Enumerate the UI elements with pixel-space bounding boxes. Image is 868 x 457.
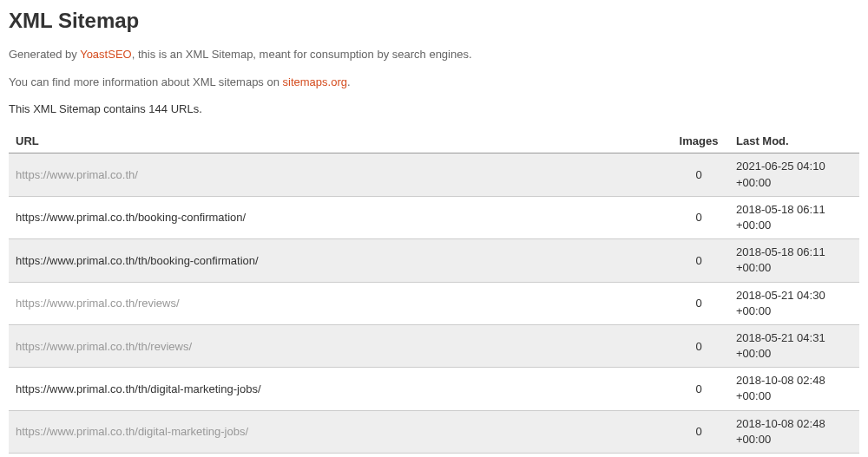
table-row: https://www.primal.co.th/lets-relax-case…	[9, 454, 859, 458]
description-line-2: You can find more information about XML …	[9, 75, 859, 90]
header-url: URL	[9, 129, 668, 153]
url-cell: https://www.primal.co.th/booking-confirm…	[9, 196, 668, 238]
desc1-pre: Generated by	[9, 48, 80, 61]
table-row: https://www.primal.co.th/th/booking-conf…	[9, 239, 859, 282]
table-row: https://www.primal.co.th/th/reviews/0201…	[9, 324, 859, 367]
url-link[interactable]: https://www.primal.co.th/reviews/	[16, 297, 180, 310]
desc2-post: .	[347, 75, 351, 88]
lastmod-cell: 2021-06-25 04:10 +00:00	[729, 153, 859, 196]
header-lastmod: Last Mod.	[729, 129, 859, 153]
lastmod-cell: 2018-05-18 06:11 +00:00	[729, 239, 859, 282]
images-cell: 0	[668, 282, 729, 324]
url-link[interactable]: https://www.primal.co.th/	[16, 168, 138, 181]
lastmod-cell: 2018-05-21 04:30 +00:00	[729, 282, 859, 324]
images-cell: 0	[668, 368, 729, 410]
sitemaps-link[interactable]: sitemaps.org	[283, 75, 347, 88]
table-header-row: URL Images Last Mod.	[9, 129, 859, 153]
sitemap-table: URL Images Last Mod. https://www.primal.…	[9, 129, 859, 457]
desc1-post: , this is an XML Sitemap, meant for cons…	[132, 48, 472, 61]
url-cell: https://www.primal.co.th/th/digital-mark…	[9, 368, 668, 410]
url-cell: https://www.primal.co.th/th/booking-conf…	[9, 239, 668, 282]
url-link[interactable]: https://www.primal.co.th/booking-confirm…	[16, 211, 246, 224]
images-cell: 0	[668, 153, 729, 196]
yoast-link[interactable]: YoastSEO	[80, 48, 132, 61]
page-title: XML Sitemap	[9, 9, 859, 33]
url-cell: https://www.primal.co.th/reviews/	[9, 282, 668, 324]
header-images: Images	[668, 129, 729, 153]
url-link[interactable]: https://www.primal.co.th/th/digital-mark…	[16, 382, 261, 395]
desc2-pre: You can find more information about XML …	[9, 75, 283, 88]
description-line-1: Generated by YoastSEO, this is an XML Si…	[9, 47, 859, 62]
images-cell: 0	[668, 454, 729, 458]
lastmod-cell: 2019-07-18 04:06 +00:00	[729, 454, 859, 458]
url-link[interactable]: https://www.primal.co.th/th/booking-conf…	[16, 254, 259, 267]
lastmod-cell: 2018-05-21 04:31 +00:00	[729, 324, 859, 367]
lastmod-cell: 2018-05-18 06:11 +00:00	[729, 196, 859, 238]
url-link[interactable]: https://www.primal.co.th/digital-marketi…	[16, 425, 248, 438]
table-row: https://www.primal.co.th/reviews/02018-0…	[9, 282, 859, 324]
images-cell: 0	[668, 196, 729, 238]
url-link[interactable]: https://www.primal.co.th/th/reviews/	[16, 340, 192, 353]
url-count: This XML Sitemap contains 144 URLs.	[9, 102, 859, 115]
images-cell: 0	[668, 324, 729, 367]
images-cell: 0	[668, 239, 729, 282]
table-row: https://www.primal.co.th/th/digital-mark…	[9, 368, 859, 410]
url-cell: https://www.primal.co.th/th/reviews/	[9, 324, 668, 367]
table-row: https://www.primal.co.th/02021-06-25 04:…	[9, 153, 859, 196]
table-row: https://www.primal.co.th/digital-marketi…	[9, 410, 859, 453]
table-row: https://www.primal.co.th/booking-confirm…	[9, 196, 859, 238]
url-cell: https://www.primal.co.th/lets-relax-case…	[9, 454, 668, 458]
lastmod-cell: 2018-10-08 02:48 +00:00	[729, 410, 859, 453]
url-cell: https://www.primal.co.th/	[9, 153, 668, 196]
url-cell: https://www.primal.co.th/digital-marketi…	[9, 410, 668, 453]
lastmod-cell: 2018-10-08 02:48 +00:00	[729, 368, 859, 410]
images-cell: 0	[668, 410, 729, 453]
